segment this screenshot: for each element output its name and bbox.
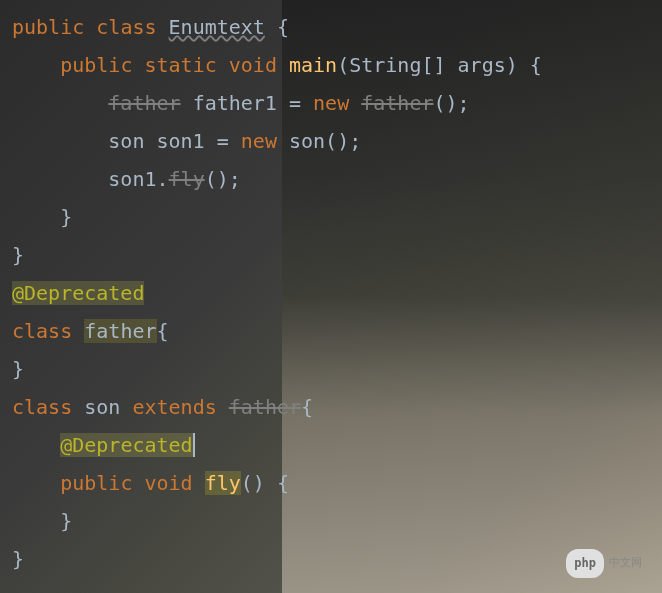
constructor: son <box>289 129 325 153</box>
watermark: php 中文网 <box>566 549 642 578</box>
equals: = <box>289 91 301 115</box>
parent-class-deprecated: father <box>229 395 301 419</box>
watermark-text: 中文网 <box>609 553 642 574</box>
equals: = <box>217 129 229 153</box>
code-line-14[interactable]: } <box>12 502 662 540</box>
code-line-12[interactable]: @Deprecated <box>12 426 662 464</box>
code-line-2[interactable]: public static void main(String[] args) { <box>12 46 662 84</box>
keyword-new: new <box>241 129 277 153</box>
annotation: @Deprecated <box>12 281 144 305</box>
brace-open: { <box>277 471 289 495</box>
keyword-class: class <box>12 395 72 419</box>
code-line-7[interactable]: } <box>12 236 662 274</box>
code-line-5[interactable]: son1.fly(); <box>12 160 662 198</box>
brace-open: { <box>301 395 313 419</box>
call: (); <box>325 129 361 153</box>
keyword-public: public <box>60 53 132 77</box>
code-line-1[interactable]: public class Enumtext { <box>12 8 662 46</box>
code-line-9[interactable]: class father{ <box>12 312 662 350</box>
brace-close: } <box>60 509 72 533</box>
brace-close: } <box>12 243 24 267</box>
code-line-8[interactable]: @Deprecated <box>12 274 662 312</box>
annotation-highlighted: @Deprecated <box>60 433 192 457</box>
keyword-new: new <box>313 91 349 115</box>
call: (); <box>433 91 469 115</box>
code-line-13[interactable]: public void fly() { <box>12 464 662 502</box>
method-deprecated: fly <box>169 167 205 191</box>
constructor-deprecated: father <box>361 91 433 115</box>
call: (); <box>205 167 241 191</box>
brace-open: { <box>157 319 169 343</box>
keyword-public: public <box>12 15 84 39</box>
brace-open: { <box>530 53 542 77</box>
class-name: son <box>84 395 120 419</box>
code-line-4[interactable]: son son1 = new son(); <box>12 122 662 160</box>
keyword-static: static <box>144 53 216 77</box>
keyword-void: void <box>144 471 192 495</box>
type: son <box>108 129 144 153</box>
variable: son1 <box>157 129 205 153</box>
keyword-extends: extends <box>132 395 216 419</box>
code-editor[interactable]: public class Enumtext { public static vo… <box>0 0 662 578</box>
brace-close: } <box>60 205 72 229</box>
method-name: main <box>289 53 337 77</box>
class-name-highlighted: father <box>84 319 156 343</box>
keyword-class: class <box>96 15 156 39</box>
params: () <box>241 471 265 495</box>
params: (String[] args) <box>337 53 518 77</box>
variable: father1 <box>193 91 277 115</box>
type-deprecated: father <box>108 91 180 115</box>
code-line-6[interactable]: } <box>12 198 662 236</box>
brace-close: } <box>12 547 24 571</box>
keyword-public: public <box>60 471 132 495</box>
object: son1 <box>108 167 156 191</box>
keyword-class: class <box>12 319 72 343</box>
brace-open: { <box>277 15 289 39</box>
dot: . <box>157 167 169 191</box>
code-line-10[interactable]: } <box>12 350 662 388</box>
method-highlighted: fly <box>205 471 241 495</box>
watermark-logo: php <box>566 549 604 578</box>
code-line-15[interactable]: } <box>12 540 662 578</box>
code-line-11[interactable]: class son extends father{ <box>12 388 662 426</box>
cursor-icon <box>193 433 195 457</box>
brace-close: } <box>12 357 24 381</box>
code-line-3[interactable]: father father1 = new father(); <box>12 84 662 122</box>
keyword-void: void <box>229 53 277 77</box>
class-name: Enumtext <box>169 15 265 39</box>
